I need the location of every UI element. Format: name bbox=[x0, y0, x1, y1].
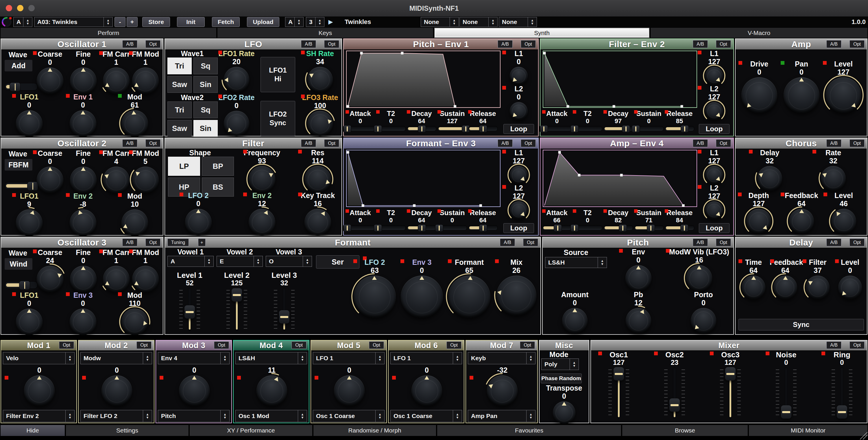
opt-button[interactable]: Opt bbox=[146, 239, 160, 246]
slider-track[interactable] bbox=[573, 225, 602, 230]
knob-dial[interactable] bbox=[838, 276, 862, 299]
slider-track[interactable] bbox=[468, 126, 498, 131]
option-saw[interactable]: Saw bbox=[167, 120, 192, 137]
t2-slider[interactable]: T2 0 bbox=[573, 109, 602, 131]
slider-handle[interactable] bbox=[279, 310, 289, 323]
knob-dial[interactable] bbox=[821, 166, 846, 191]
slider-handle[interactable] bbox=[479, 224, 487, 232]
tab-keys[interactable]: Keys bbox=[217, 28, 433, 38]
slider-track[interactable] bbox=[266, 288, 303, 331]
combo-stepper-icon[interactable]: ▲▼ bbox=[298, 352, 307, 364]
slider-handle[interactable] bbox=[343, 224, 351, 232]
ab-button[interactable]: A/B bbox=[826, 40, 841, 48]
attack-slider[interactable]: Attack 0 bbox=[542, 109, 571, 131]
combo-stepper-icon[interactable]: ▲▼ bbox=[205, 256, 213, 266]
randomise-morph-button[interactable]: Randomise / Morph bbox=[313, 425, 436, 436]
source-select[interactable]: LS&H ▲▼ bbox=[545, 257, 607, 268]
knob-dial[interactable] bbox=[37, 266, 63, 292]
env-handle[interactable] bbox=[413, 205, 415, 207]
knob-dial[interactable] bbox=[510, 166, 528, 184]
knob-dial[interactable] bbox=[179, 375, 210, 406]
option-sin[interactable]: Sin bbox=[193, 120, 218, 137]
env-handle[interactable] bbox=[558, 151, 561, 154]
slider-track[interactable] bbox=[437, 126, 467, 131]
combo-stepper-icon[interactable]: ▲▼ bbox=[450, 17, 459, 27]
tuning-button[interactable]: Tuning bbox=[167, 239, 189, 246]
slider-track[interactable] bbox=[665, 225, 694, 230]
opt-button[interactable]: Opt bbox=[214, 341, 229, 349]
preset-plus-button[interactable]: + bbox=[127, 17, 137, 27]
option-tri[interactable]: Tri bbox=[167, 58, 192, 74]
bank-select[interactable]: A ▲▼ bbox=[13, 17, 32, 27]
knob-dial[interactable] bbox=[121, 209, 148, 236]
slider-handle[interactable] bbox=[184, 305, 195, 319]
slider-track[interactable] bbox=[542, 126, 571, 131]
envelope-graph[interactable] bbox=[543, 51, 697, 109]
combo-stepper-icon[interactable]: ▲▼ bbox=[526, 352, 535, 364]
option-lp[interactable]: LP bbox=[168, 157, 200, 176]
opt-button[interactable]: Opt bbox=[291, 341, 307, 349]
combo-stepper-icon[interactable]: ▲▼ bbox=[569, 359, 579, 370]
envelope-graph[interactable] bbox=[346, 51, 500, 109]
vowel3-select[interactable]: O ▲▼ bbox=[266, 256, 312, 267]
ab-button[interactable]: A/B bbox=[301, 139, 316, 147]
settings-button[interactable]: Settings bbox=[66, 425, 188, 436]
release-slider[interactable]: Release 64 bbox=[468, 209, 498, 230]
combo-stepper-icon[interactable]: ▲▼ bbox=[598, 257, 607, 268]
slider-track[interactable] bbox=[376, 225, 406, 230]
combo-stepper-icon[interactable]: ▲▼ bbox=[528, 17, 537, 27]
option-saw[interactable]: Saw bbox=[167, 76, 192, 93]
slider-track[interactable] bbox=[765, 367, 808, 419]
loop-button[interactable]: Loop bbox=[503, 124, 534, 134]
knob-dial[interactable] bbox=[741, 77, 777, 113]
combo-stepper-icon[interactable]: ▲▼ bbox=[65, 352, 74, 364]
play-icon[interactable]: ▶ bbox=[329, 18, 333, 26]
combo-stepper-icon[interactable]: ▲▼ bbox=[143, 410, 152, 422]
env-handle[interactable] bbox=[360, 52, 363, 54]
knob-dial[interactable] bbox=[70, 266, 97, 292]
slider-handle[interactable] bbox=[837, 405, 847, 419]
knob-dial[interactable] bbox=[132, 67, 159, 94]
knob-dial[interactable] bbox=[411, 375, 442, 406]
knob-dial[interactable] bbox=[70, 209, 96, 236]
sustain-slider[interactable]: Sustain 0 bbox=[634, 109, 663, 131]
attack-slider[interactable]: Attack 66 bbox=[542, 209, 571, 230]
combo-stepper-icon[interactable]: ▲▼ bbox=[488, 17, 497, 27]
knob-dial[interactable] bbox=[789, 209, 814, 233]
slider-handle[interactable] bbox=[435, 224, 443, 232]
slider-track[interactable] bbox=[653, 367, 696, 419]
browse-button[interactable]: Browse bbox=[622, 425, 748, 436]
knob-dial[interactable] bbox=[487, 375, 518, 406]
knob-dial[interactable] bbox=[224, 67, 249, 92]
mod-dest-select[interactable]: Filter LFO 2 ▲▼ bbox=[81, 410, 152, 422]
slider-track[interactable] bbox=[603, 225, 633, 230]
combo-stepper-icon[interactable]: ▲▼ bbox=[103, 17, 113, 27]
sustain-slider[interactable]: Sustain 71 bbox=[634, 209, 663, 230]
env-handle[interactable] bbox=[347, 105, 349, 108]
slider-handle[interactable] bbox=[570, 224, 579, 232]
knob-dial[interactable] bbox=[37, 166, 63, 193]
knob-dial[interactable] bbox=[70, 110, 96, 137]
slider-handle[interactable] bbox=[619, 224, 627, 232]
env-handle[interactable] bbox=[566, 105, 569, 108]
knob-dial[interactable] bbox=[101, 375, 132, 406]
bank2-select[interactable]: A ▲▼ bbox=[285, 17, 304, 27]
tab-v-macro[interactable]: V-Macro bbox=[651, 28, 867, 38]
mode-select[interactable]: Poly ▲▼ bbox=[541, 358, 579, 370]
patch-name[interactable]: Twinkles bbox=[345, 18, 371, 26]
env-handle[interactable] bbox=[613, 105, 615, 108]
env-handle[interactable] bbox=[681, 105, 683, 108]
option-tri[interactable]: Tri bbox=[167, 101, 192, 118]
tab-synth[interactable]: Synth bbox=[434, 28, 649, 38]
slider-handle[interactable] bbox=[374, 224, 382, 232]
init-button[interactable]: Init bbox=[177, 17, 205, 27]
knob-dial[interactable] bbox=[121, 110, 148, 137]
ab-button[interactable]: A/B bbox=[826, 139, 841, 147]
opt-button[interactable]: Opt bbox=[324, 139, 339, 147]
slider-track[interactable] bbox=[376, 126, 406, 131]
decay-slider[interactable]: Decay 97 bbox=[603, 109, 633, 131]
knob-dial[interactable] bbox=[103, 166, 129, 193]
opt-button[interactable]: Opt bbox=[521, 139, 536, 147]
opt-button[interactable]: Opt bbox=[716, 40, 731, 48]
slider-track[interactable] bbox=[345, 225, 375, 230]
